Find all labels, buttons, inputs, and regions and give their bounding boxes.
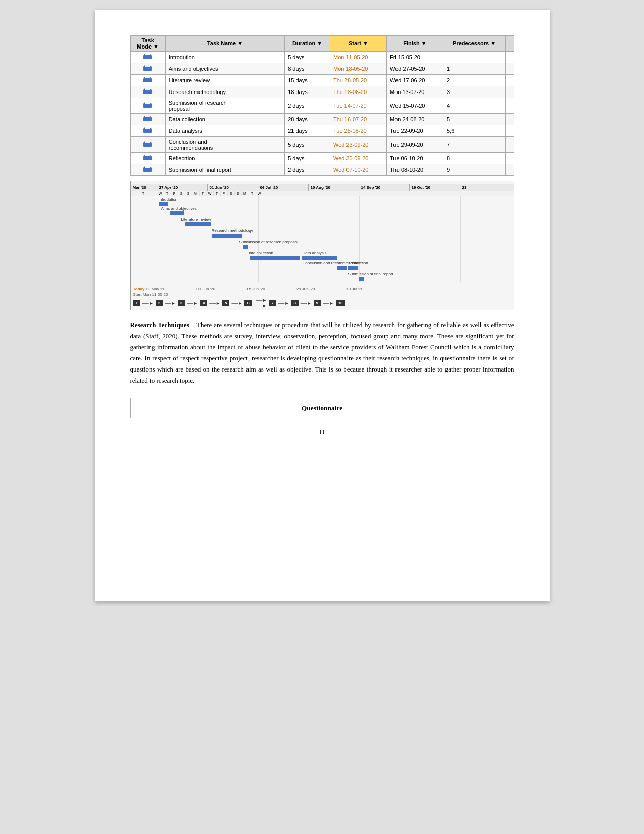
table-row: Aims and objectives8 daysMon 18-05-20Wed…	[130, 63, 514, 75]
start-label: Start	[133, 292, 142, 297]
start-cell: Thu 28-05-20	[330, 75, 386, 86]
task-name-cell: Conclusion andrecommendations	[165, 137, 284, 153]
task-mode-cell	[130, 52, 165, 63]
task-mode-cell	[130, 164, 165, 176]
arrow-2: 2	[156, 300, 163, 306]
svg-marker-2	[150, 54, 152, 55]
table-row: Literature review15 daysThu 28-05-20Wed …	[130, 75, 514, 86]
gantt-table: TaskMode ▼ Task Name ▼ Duration ▼ Start …	[130, 35, 514, 176]
today-label: Today	[133, 287, 145, 291]
date4: 29 Jun '20	[296, 287, 315, 291]
svg-rect-12	[143, 104, 152, 108]
page: TaskMode ▼ Task Name ▼ Duration ▼ Start …	[95, 10, 550, 601]
svg-rect-24	[143, 156, 152, 160]
pred-cell: 7	[443, 137, 505, 153]
extra-cell	[506, 86, 514, 98]
task-mode-cell	[130, 75, 165, 86]
svg-marker-16	[143, 116, 145, 117]
task-name-cell: Introdution	[165, 52, 284, 63]
gantt-label-aims: Aims and objectives	[161, 206, 197, 211]
gantt-label-research: Research methodology	[212, 228, 253, 233]
duration-cell: 2 days	[285, 98, 330, 114]
date2: 01 Jun '20	[196, 287, 215, 291]
extra-cell	[506, 137, 514, 153]
svg-marker-1	[143, 54, 145, 55]
duration-cell: 5 days	[285, 137, 330, 153]
svg-rect-9	[143, 90, 152, 94]
page-number: 11	[130, 428, 514, 436]
col-header-finish[interactable]: Finish ▼	[386, 36, 443, 52]
task-mode-icon	[143, 141, 153, 148]
arrow-5: 5	[222, 300, 229, 306]
extra-cell	[506, 98, 514, 114]
extra-cell	[506, 114, 514, 125]
gantt-header-sep: 14 Sep '20	[359, 184, 410, 191]
extra-cell	[506, 52, 514, 63]
gantt-bar-lit	[185, 222, 211, 226]
duration-cell: 5 days	[285, 153, 330, 164]
arrow-numbers-row: 1 ──► 2 ──► 3 ──► 4 ──► 5 ──► 6 ──► ──► …	[133, 298, 511, 308]
start-cell: Mon 18-05-20	[330, 63, 386, 75]
svg-rect-3	[143, 67, 152, 71]
finish-cell: Fri 15-05-20	[386, 52, 443, 63]
start-cell: Wed 30-09-20	[330, 153, 386, 164]
task-mode-cell	[130, 125, 165, 137]
task-mode-cell	[130, 153, 165, 164]
task-mode-icon	[143, 88, 153, 95]
questionnaire-box: Questionnaire	[130, 398, 514, 418]
start-cell: Mon 11-05-20	[330, 52, 386, 63]
col-header-duration[interactable]: Duration ▼	[285, 36, 330, 52]
extra-cell	[506, 75, 514, 86]
pred-cell: 4	[443, 98, 505, 114]
svg-marker-14	[150, 103, 152, 104]
svg-rect-0	[143, 55, 152, 59]
extra-cell	[506, 125, 514, 137]
extra-cell	[506, 63, 514, 75]
task-mode-cell	[130, 114, 165, 125]
table-row: Reflecrtion5 daysWed 30-09-20Tue 06-10-2…	[130, 153, 514, 164]
gantt-header-jul: 06 Jul '20	[258, 184, 309, 191]
duration-cell: 18 days	[285, 86, 330, 98]
gantt-chart: Mar '20 27 Apr '20 01 Jun '20 06 Jul '20…	[130, 181, 514, 285]
duration-cell: 21 days	[285, 125, 330, 137]
questionnaire-title: Questionnaire	[302, 404, 343, 412]
gantt-section: TaskMode ▼ Task Name ▼ Duration ▼ Start …	[130, 35, 514, 176]
table-row: Submission of researchproposal2 daysTue …	[130, 98, 514, 114]
svg-marker-23	[150, 142, 152, 143]
pred-cell: 5	[443, 114, 505, 125]
col-header-start[interactable]: Start ▼	[330, 36, 386, 52]
gantt-bar-reflection	[348, 266, 358, 270]
gantt-label-submission2: Submission of final report	[348, 272, 393, 276]
arrow-8: 8	[291, 300, 298, 306]
finish-cell: Wed 17-06-20	[386, 75, 443, 86]
col-header-predecessors[interactable]: Predecessors ▼	[443, 36, 505, 52]
task-mode-icon	[143, 127, 153, 134]
gantt-bars-area: Introdution Aims and objectives Literatu…	[131, 196, 514, 282]
task-mode-cell	[130, 98, 165, 114]
task-name-cell: Reflecrtion	[165, 153, 284, 164]
col-header-taskname[interactable]: Task Name ▼	[165, 36, 284, 52]
pred-cell	[443, 52, 505, 63]
start-date: Mon 11-05-20	[143, 292, 168, 297]
finish-cell: Tue 06-10-20	[386, 153, 443, 164]
arrow-3: 3	[178, 300, 185, 306]
start-cell: Wed 23-09-20	[330, 137, 386, 153]
gantt-label-lit: Literature review	[181, 217, 211, 222]
task-name-cell: Data analysis	[165, 125, 284, 137]
svg-rect-27	[143, 168, 152, 172]
task-name-cell: Aims and objectives	[165, 63, 284, 75]
svg-marker-17	[150, 116, 152, 117]
start-cell: Thu 16-07-20	[330, 114, 386, 125]
gantt-header-oct: 19 Oct '20	[410, 184, 460, 191]
gantt-bar-introdution	[159, 202, 168, 206]
gantt-header-jun: 01 Jun '20	[208, 184, 258, 191]
gantt-header-aug: 10 Aug '20	[309, 184, 359, 191]
task-name-cell: Data collection	[165, 114, 284, 125]
finish-cell: Mon 13-07-20	[386, 86, 443, 98]
gantt-bar-submission2	[359, 277, 364, 281]
task-mode-icon	[143, 154, 153, 161]
pred-cell: 1	[443, 63, 505, 75]
col-header-taskmode[interactable]: TaskMode ▼	[130, 36, 165, 52]
finish-cell: Thu 08-10-20	[386, 164, 443, 176]
arrow-9: 9	[314, 300, 321, 306]
